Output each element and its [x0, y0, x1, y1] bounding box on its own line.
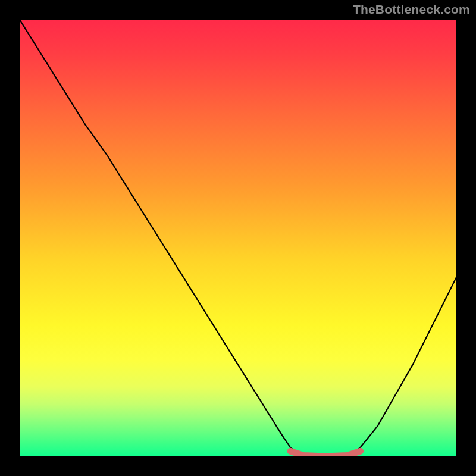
chart-svg [20, 20, 456, 456]
bottleneck-curve-path [20, 20, 456, 456]
chart-frame: TheBottleneck.com [0, 0, 476, 476]
watermark-text: TheBottleneck.com [353, 2, 470, 17]
chart-plot-area [20, 20, 456, 456]
flat-highlight-path [290, 451, 360, 456]
